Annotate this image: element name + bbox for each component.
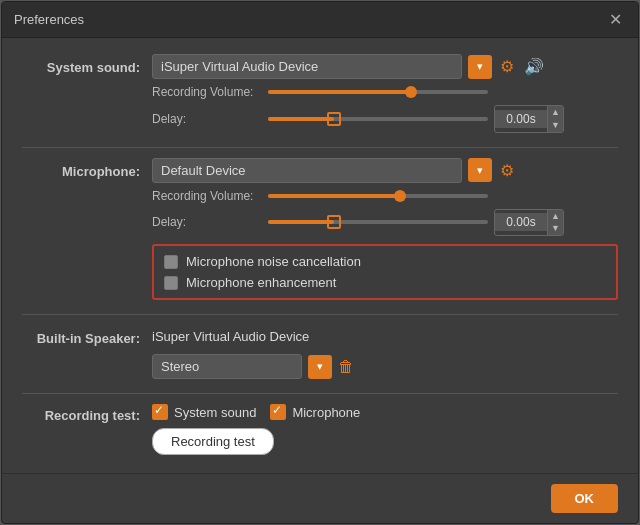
enhancement-row: Microphone enhancement <box>164 275 606 290</box>
dialog-content: System sound: iSuper Virtual Audio Devic… <box>2 38 638 473</box>
enhancement-label: Microphone enhancement <box>186 275 336 290</box>
mic-delay-row: Delay: 0.00s ▲ ▼ <box>152 209 618 237</box>
system-sound-volume-row: Recording Volume: <box>152 85 618 99</box>
title-bar: Preferences ✕ <box>2 2 638 38</box>
microphone-check-item: Microphone <box>270 404 360 420</box>
microphone-content: Default Device ▾ ⚙ Recording Volume: Del… <box>152 158 618 301</box>
mic-delay-label: Delay: <box>152 215 262 229</box>
builtin-speaker-section: Built-in Speaker: iSuper Virtual Audio D… <box>22 325 618 379</box>
trash-icon[interactable]: 🗑 <box>338 358 354 376</box>
microphone-check[interactable] <box>270 404 286 420</box>
mic-delay-up[interactable]: ▲ <box>548 210 563 223</box>
system-sound-delay-fill <box>268 117 334 121</box>
system-sound-delay-value: 0.00s <box>495 110 547 128</box>
mic-volume-label: Recording Volume: <box>152 189 262 203</box>
system-sound-dropdown[interactable]: iSuper Virtual Audio Device <box>152 54 462 79</box>
mic-delay-track[interactable] <box>268 220 488 224</box>
system-sound-volume-label: Recording Volume: <box>152 85 262 99</box>
mic-delay-thumb[interactable] <box>327 215 341 229</box>
system-sound-delay-value-wrap: 0.00s ▲ ▼ <box>494 105 564 133</box>
system-sound-check[interactable] <box>152 404 168 420</box>
mic-volume-thumb[interactable] <box>394 190 406 202</box>
divider-2 <box>22 314 618 315</box>
recording-test-button[interactable]: Recording test <box>152 428 274 455</box>
ok-button[interactable]: OK <box>551 484 619 513</box>
recording-test-check-row: System sound Microphone <box>152 404 618 420</box>
microphone-dropdown-row: Default Device ▾ ⚙ <box>152 158 618 183</box>
system-sound-volume-track[interactable] <box>268 90 488 94</box>
footer: OK <box>2 473 638 523</box>
system-sound-delay-row: Delay: 0.00s ▲ ▼ <box>152 105 618 133</box>
noise-cancellation-row: Microphone noise cancellation <box>164 254 606 269</box>
microphone-settings-icon[interactable]: ⚙ <box>498 159 516 182</box>
mic-delay-value-wrap: 0.00s ▲ ▼ <box>494 209 564 237</box>
system-sound-speaker-icon[interactable]: 🔊 <box>522 55 546 78</box>
system-sound-delay-label: Delay: <box>152 112 262 126</box>
noise-cancellation-label: Microphone noise cancellation <box>186 254 361 269</box>
divider-1 <box>22 147 618 148</box>
mic-delay-fill <box>268 220 334 224</box>
system-sound-section: System sound: iSuper Virtual Audio Devic… <box>22 54 618 133</box>
microphone-options-box: Microphone noise cancellation Microphone… <box>152 244 618 300</box>
mic-delay-down[interactable]: ▼ <box>548 222 563 235</box>
dialog-title: Preferences <box>14 12 84 27</box>
stereo-dropdown-arrow[interactable]: ▾ <box>308 355 332 379</box>
mic-volume-track[interactable] <box>268 194 488 198</box>
system-sound-settings-icon[interactable]: ⚙ <box>498 55 516 78</box>
system-sound-check-item: System sound <box>152 404 256 420</box>
system-sound-volume-fill <box>268 90 411 94</box>
preferences-dialog: Preferences ✕ System sound: iSuper Virtu… <box>1 1 639 524</box>
close-button[interactable]: ✕ <box>605 10 626 30</box>
stereo-dropdown[interactable]: Stereo <box>152 354 302 379</box>
enhancement-checkbox[interactable] <box>164 276 178 290</box>
builtin-speaker-label: Built-in Speaker: <box>22 325 152 346</box>
system-sound-delay-thumb[interactable] <box>327 112 341 126</box>
recording-test-label: Recording test: <box>22 404 152 423</box>
divider-3 <box>22 393 618 394</box>
system-sound-check-label: System sound <box>174 405 256 420</box>
recording-test-section: Recording test: System sound Microphone … <box>22 404 618 455</box>
recording-test-content: System sound Microphone Recording test <box>152 404 618 455</box>
stereo-row: Stereo ▾ 🗑 <box>152 354 618 379</box>
system-sound-delay-track[interactable] <box>268 117 488 121</box>
mic-delay-value: 0.00s <box>495 213 547 231</box>
system-sound-dropdown-row: iSuper Virtual Audio Device ▾ ⚙ 🔊 <box>152 54 618 79</box>
system-sound-delay-up[interactable]: ▲ <box>548 106 563 119</box>
system-sound-delay-down[interactable]: ▼ <box>548 119 563 132</box>
builtin-speaker-content: iSuper Virtual Audio Device Stereo ▾ 🗑 <box>152 325 618 379</box>
noise-cancellation-checkbox[interactable] <box>164 255 178 269</box>
microphone-check-label: Microphone <box>292 405 360 420</box>
microphone-label: Microphone: <box>22 158 152 179</box>
system-sound-dropdown-arrow[interactable]: ▾ <box>468 55 492 79</box>
mic-delay-spinner: ▲ ▼ <box>547 210 563 236</box>
system-sound-content: iSuper Virtual Audio Device ▾ ⚙ 🔊 Record… <box>152 54 618 133</box>
mic-volume-fill <box>268 194 400 198</box>
microphone-section: Microphone: Default Device ▾ ⚙ Recording… <box>22 158 618 301</box>
mic-volume-row: Recording Volume: <box>152 189 618 203</box>
microphone-dropdown[interactable]: Default Device <box>152 158 462 183</box>
system-sound-label: System sound: <box>22 54 152 75</box>
builtin-speaker-device: iSuper Virtual Audio Device <box>152 325 618 344</box>
system-sound-delay-spinner: ▲ ▼ <box>547 106 563 132</box>
microphone-dropdown-arrow[interactable]: ▾ <box>468 158 492 182</box>
system-sound-volume-thumb[interactable] <box>405 86 417 98</box>
